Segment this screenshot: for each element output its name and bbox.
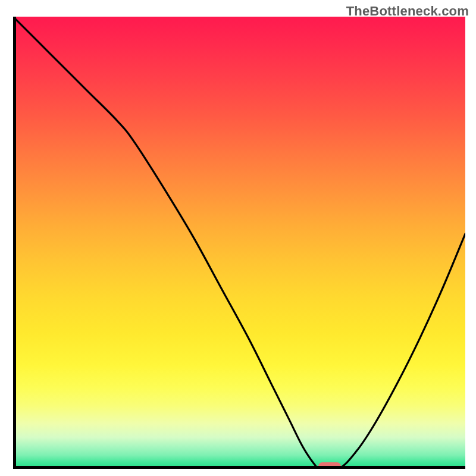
bottleneck-curve: [13, 17, 465, 469]
curve-svg: [13, 17, 465, 469]
chart-stage: TheBottleneck.com: [0, 0, 476, 476]
plot-area: [13, 17, 465, 469]
plot-inner: [13, 17, 465, 469]
optimal-marker: [318, 462, 341, 469]
watermark-text: TheBottleneck.com: [346, 4, 469, 19]
